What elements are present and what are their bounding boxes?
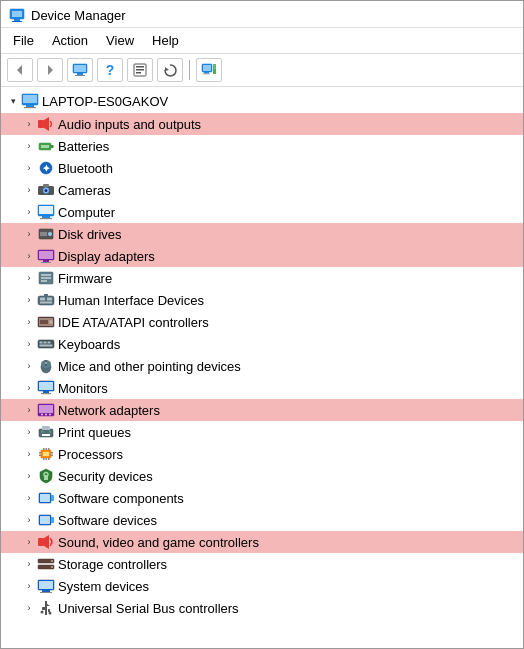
- svg-point-59: [49, 320, 53, 324]
- svg-rect-99: [40, 494, 50, 502]
- node-display[interactable]: › Display adapters: [1, 245, 523, 267]
- node-keyboards-expand[interactable]: ›: [21, 336, 37, 352]
- node-mice[interactable]: › Mice and other pointing devices: [1, 355, 523, 377]
- back-button[interactable]: [7, 58, 33, 82]
- node-security[interactable]: › Security devices: [1, 465, 523, 487]
- node-ide[interactable]: › IDE ATA/ATAPI controllers: [1, 311, 523, 333]
- svg-rect-30: [41, 145, 49, 148]
- node-network-expand[interactable]: ›: [21, 402, 37, 418]
- svg-marker-14: [165, 67, 169, 71]
- help-button[interactable]: ?: [97, 58, 123, 82]
- svg-rect-112: [42, 590, 50, 592]
- node-print-label: Print queues: [58, 425, 131, 440]
- node-bluetooth-expand[interactable]: ›: [21, 160, 37, 176]
- node-storage-icon: [37, 555, 55, 573]
- svg-rect-52: [38, 296, 54, 305]
- svg-rect-26: [38, 120, 44, 128]
- node-disk-icon: [37, 225, 55, 243]
- svg-rect-91: [46, 448, 48, 450]
- node-disk[interactable]: › Disk drives: [1, 223, 523, 245]
- node-keyboards-icon: [37, 335, 55, 353]
- svg-rect-40: [40, 218, 52, 219]
- node-usb-expand[interactable]: ›: [21, 600, 37, 616]
- node-disk-expand[interactable]: ›: [21, 226, 37, 242]
- svg-rect-100: [51, 495, 54, 501]
- node-hid[interactable]: › Human Interface Devices: [1, 289, 523, 311]
- node-firmware[interactable]: › Firmware: [1, 267, 523, 289]
- node-software-comp-icon: [37, 489, 55, 507]
- node-network[interactable]: › Network adapters: [1, 399, 523, 421]
- node-security-icon: [37, 467, 55, 485]
- node-system[interactable]: › System devices: [1, 575, 523, 597]
- node-computer[interactable]: › Computer: [1, 201, 523, 223]
- node-cameras-expand[interactable]: ›: [21, 182, 37, 198]
- svg-point-77: [45, 414, 47, 416]
- node-cameras[interactable]: › Cameras: [1, 179, 523, 201]
- node-ide-expand[interactable]: ›: [21, 314, 37, 330]
- node-usb[interactable]: › Universal Serial Bus controllers: [1, 597, 523, 619]
- node-audio-expand[interactable]: ›: [21, 116, 37, 132]
- svg-marker-27: [44, 117, 49, 131]
- svg-rect-82: [41, 431, 43, 433]
- node-batteries[interactable]: › Batteries: [1, 135, 523, 157]
- node-keyboards-label: Keyboards: [58, 337, 120, 352]
- computer-button[interactable]: [67, 58, 93, 82]
- svg-rect-1: [12, 11, 22, 17]
- svg-rect-103: [51, 517, 54, 523]
- node-bluetooth-icon: ✦: [37, 159, 55, 177]
- node-mice-label: Mice and other pointing devices: [58, 359, 241, 374]
- node-print[interactable]: › Print queues: [1, 421, 523, 443]
- node-display-expand[interactable]: ›: [21, 248, 37, 264]
- node-processors[interactable]: › Processors: [1, 443, 523, 465]
- node-hid-expand[interactable]: ›: [21, 292, 37, 308]
- node-sound-expand[interactable]: ›: [21, 534, 37, 550]
- node-software-comp[interactable]: › Software components: [1, 487, 523, 509]
- svg-rect-93: [43, 458, 45, 460]
- svg-rect-64: [48, 342, 51, 344]
- forward-button[interactable]: [37, 58, 63, 82]
- svg-rect-62: [40, 342, 43, 344]
- node-keyboards[interactable]: › Keyboards: [1, 333, 523, 355]
- node-bluetooth[interactable]: › ✦ Bluetooth: [1, 157, 523, 179]
- svg-rect-102: [40, 516, 50, 524]
- properties-button[interactable]: [127, 58, 153, 82]
- node-software-comp-label: Software components: [58, 491, 184, 506]
- menu-help[interactable]: Help: [144, 30, 187, 51]
- node-software-comp-expand[interactable]: ›: [21, 490, 37, 506]
- svg-rect-20: [214, 65, 216, 67]
- node-computer-expand[interactable]: ›: [21, 204, 37, 220]
- node-sound[interactable]: › Sound, video and game controllers: [1, 531, 523, 553]
- root-expand[interactable]: ▾: [5, 93, 21, 109]
- node-computer-icon: [37, 203, 55, 221]
- menu-view[interactable]: View: [98, 30, 142, 51]
- node-software-dev-expand[interactable]: ›: [21, 512, 37, 528]
- node-mice-expand[interactable]: ›: [21, 358, 37, 374]
- node-storage-expand[interactable]: ›: [21, 556, 37, 572]
- node-processors-expand[interactable]: ›: [21, 446, 37, 462]
- svg-point-108: [51, 560, 53, 562]
- menu-action[interactable]: Action: [44, 30, 96, 51]
- svg-rect-104: [38, 538, 44, 546]
- node-print-expand[interactable]: ›: [21, 424, 37, 440]
- node-storage[interactable]: › Storage controllers: [1, 553, 523, 575]
- node-system-expand[interactable]: ›: [21, 578, 37, 594]
- node-monitors[interactable]: › Monitors: [1, 377, 523, 399]
- menu-file[interactable]: File: [5, 30, 42, 51]
- node-batteries-expand[interactable]: ›: [21, 138, 37, 154]
- node-audio[interactable]: › Audio inputs and outputs: [1, 113, 523, 135]
- node-software-dev[interactable]: › Software devices: [1, 509, 523, 531]
- root-node[interactable]: ▾ LAPTOP-ES0GAKOV: [1, 89, 523, 113]
- node-security-expand[interactable]: ›: [21, 468, 37, 484]
- node-usb-label: Universal Serial Bus controllers: [58, 601, 239, 616]
- svg-rect-17: [204, 72, 209, 74]
- node-firmware-expand[interactable]: ›: [21, 270, 37, 286]
- monitor-view-button[interactable]: [196, 58, 222, 82]
- svg-rect-95: [48, 458, 50, 460]
- svg-rect-63: [44, 342, 47, 344]
- node-monitors-expand[interactable]: ›: [21, 380, 37, 396]
- menu-bar: File Action View Help: [1, 28, 523, 54]
- svg-rect-61: [38, 340, 54, 348]
- node-computer-label: Computer: [58, 205, 115, 220]
- refresh-button[interactable]: [157, 58, 183, 82]
- svg-rect-94: [46, 458, 48, 460]
